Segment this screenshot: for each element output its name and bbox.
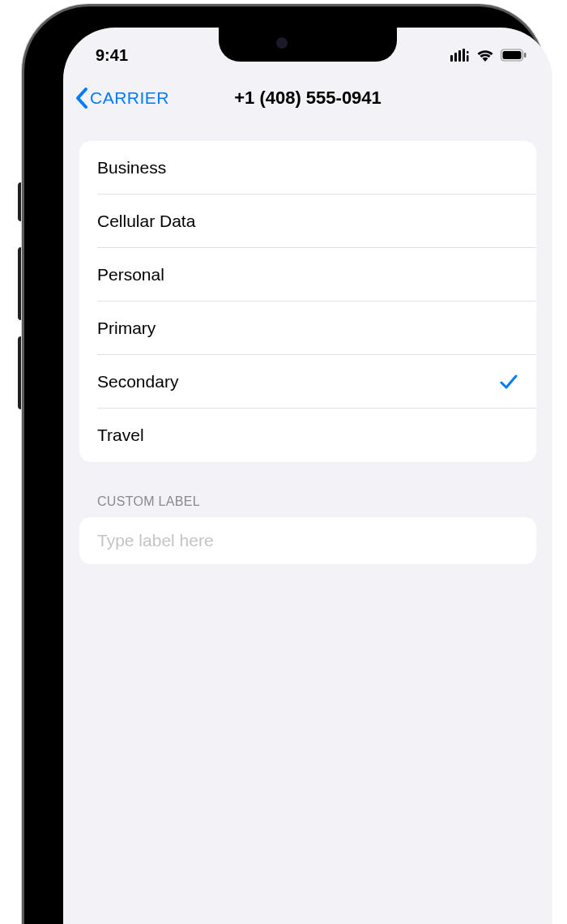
list-item-label: Primary — [97, 319, 156, 338]
checkmark-icon — [499, 372, 518, 391]
list-item-personal[interactable]: Personal — [79, 248, 536, 302]
svg-rect-8 — [524, 53, 526, 58]
battery-icon — [501, 49, 526, 62]
list-item-label: Cellular Data — [97, 212, 195, 231]
phone-body: 9:41 — [24, 6, 543, 924]
svg-rect-5 — [467, 51, 469, 53]
svg-rect-0 — [450, 55, 453, 62]
phone-frame: 9:41 — [0, 0, 567, 924]
custom-label-input[interactable] — [79, 517, 536, 564]
content: Business Cellular Data Personal Primary … — [63, 122, 552, 564]
page-title: +1 (408) 555-0941 — [234, 88, 382, 109]
notch — [219, 28, 397, 62]
back-label: CARRIER — [90, 88, 169, 108]
list-item-label: Travel — [97, 426, 144, 445]
wifi-icon — [476, 49, 494, 62]
chevron-left-icon — [75, 87, 88, 109]
volume-down-button — [18, 336, 24, 409]
list-item-primary[interactable]: Primary — [79, 302, 536, 355]
cellular-dual-sim-icon — [450, 49, 470, 62]
custom-label-group — [79, 517, 536, 564]
volume-up-button — [18, 247, 24, 320]
mute-switch — [18, 182, 24, 221]
list-item-label: Personal — [97, 265, 164, 284]
list-item-label: Secondary — [97, 372, 178, 391]
screen: 9:41 — [63, 28, 552, 924]
list-item-business[interactable]: Business — [79, 141, 536, 195]
svg-rect-2 — [458, 50, 461, 62]
back-button[interactable]: CARRIER — [75, 87, 169, 109]
list-item-label: Business — [97, 158, 166, 178]
svg-rect-1 — [454, 53, 457, 62]
list-item-travel[interactable]: Travel — [79, 409, 536, 462]
status-right — [450, 49, 526, 62]
svg-rect-3 — [463, 49, 465, 62]
list-item-cellular-data[interactable]: Cellular Data — [79, 195, 536, 248]
svg-rect-4 — [467, 55, 469, 62]
nav-bar: CARRIER +1 (408) 555-0941 — [63, 75, 552, 122]
list-item-secondary[interactable]: Secondary — [79, 355, 536, 409]
custom-label-header: CUSTOM LABEL — [79, 462, 536, 517]
status-time: 9:41 — [96, 46, 128, 65]
label-list: Business Cellular Data Personal Primary … — [79, 141, 536, 462]
svg-rect-7 — [503, 51, 522, 59]
